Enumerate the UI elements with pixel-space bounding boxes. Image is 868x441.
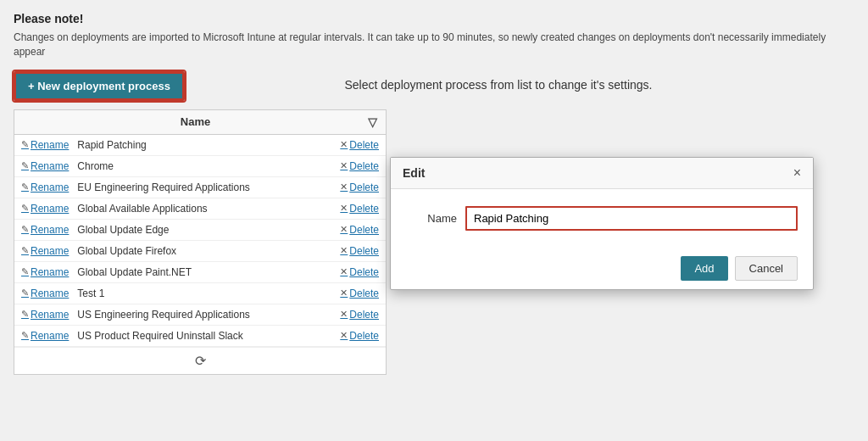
pencil-icon: ✎ (21, 203, 29, 214)
rename-link[interactable]: ✎ Rename (21, 224, 69, 236)
modal-close-button[interactable]: × (793, 166, 801, 180)
edit-modal: Edit × Name Add Cancel (390, 157, 814, 290)
select-hint: Select deployment process from list to c… (185, 71, 854, 92)
delete-link[interactable]: ✕ Delete (340, 245, 379, 257)
delete-link[interactable]: ✕ Delete (340, 181, 379, 193)
delete-link[interactable]: ✕ Delete (340, 330, 379, 342)
delete-link[interactable]: ✕ Delete (340, 139, 379, 151)
modal-body: Name (391, 189, 813, 248)
name-label: Name (406, 212, 457, 225)
list-item: ✎ Rename Global Update Firefox ✕ Delete (14, 241, 386, 262)
item-name: EU Engineering Required Applications (72, 181, 340, 193)
x-icon: ✕ (340, 245, 348, 256)
delete-link[interactable]: ✕ Delete (340, 309, 379, 321)
item-name: US Product Required Uninstall Slack (72, 330, 340, 342)
rename-link[interactable]: ✎ Rename (21, 287, 69, 299)
list-item: ✎ Rename US Engineering Required Applica… (14, 304, 386, 326)
deployment-list-scrollable[interactable]: ✎ Rename Rapid Patching ✕ Delete ✎ Renam… (14, 135, 386, 347)
x-icon: ✕ (340, 266, 348, 277)
pencil-icon: ✎ (21, 245, 29, 256)
item-name: Global Available Applications (72, 203, 340, 215)
item-name: Global Update Edge (72, 224, 340, 236)
name-column-header: Name (23, 115, 368, 128)
new-deployment-button[interactable]: + New deployment process (14, 71, 185, 101)
pencil-icon: ✎ (21, 266, 29, 277)
item-name: Chrome (72, 160, 340, 172)
pencil-icon: ✎ (21, 160, 29, 171)
rename-link[interactable]: ✎ Rename (21, 181, 69, 193)
item-name: Global Update Paint.NET (72, 266, 340, 278)
top-bar: + New deployment process Select deployme… (14, 71, 854, 101)
list-item: ✎ Rename US Product Required Uninstall S… (14, 326, 386, 347)
pencil-icon: ✎ (21, 330, 29, 341)
pencil-icon: ✎ (21, 309, 29, 320)
rename-link[interactable]: ✎ Rename (21, 203, 69, 215)
list-item: ✎ Rename Rapid Patching ✕ Delete (14, 135, 386, 156)
rename-link[interactable]: ✎ Rename (21, 139, 69, 151)
delete-link[interactable]: ✕ Delete (340, 160, 379, 172)
please-note-heading: Please note! (14, 12, 854, 25)
modal-title: Edit (403, 166, 425, 180)
x-icon: ✕ (340, 287, 348, 299)
x-icon: ✕ (340, 139, 348, 150)
rename-link[interactable]: ✎ Rename (21, 160, 69, 172)
list-header: Name ▽ (14, 110, 386, 135)
refresh-icon[interactable]: ⟳ (195, 353, 206, 369)
x-icon: ✕ (340, 309, 348, 320)
list-item: ✎ Rename Global Update Paint.NET ✕ Delet… (14, 262, 386, 283)
rename-link[interactable]: ✎ Rename (21, 266, 69, 278)
list-item: ✎ Rename Chrome ✕ Delete (14, 156, 386, 177)
rename-link[interactable]: ✎ Rename (21, 309, 69, 321)
item-name: Rapid Patching (72, 139, 340, 151)
modal-header: Edit × (391, 158, 813, 189)
list-footer: ⟳ (14, 347, 386, 374)
delete-link[interactable]: ✕ Delete (340, 203, 379, 215)
cancel-button[interactable]: Cancel (735, 256, 798, 281)
rename-link[interactable]: ✎ Rename (21, 245, 69, 257)
pencil-icon: ✎ (21, 224, 29, 235)
pencil-icon: ✎ (21, 287, 29, 299)
item-name: US Engineering Required Applications (72, 309, 340, 321)
rename-link[interactable]: ✎ Rename (21, 330, 69, 342)
list-item: ✎ Rename Global Update Edge ✕ Delete (14, 220, 386, 241)
list-item: ✎ Rename Global Available Applications ✕… (14, 198, 386, 220)
pencil-icon: ✎ (21, 139, 29, 150)
x-icon: ✕ (340, 203, 348, 214)
x-icon: ✕ (340, 181, 348, 193)
x-icon: ✕ (340, 160, 348, 171)
filter-icon[interactable]: ▽ (368, 115, 377, 129)
main-content: Please note! Changes on deployments are … (0, 0, 868, 441)
x-icon: ✕ (340, 330, 348, 341)
item-name: Global Update Firefox (72, 245, 340, 257)
deployment-list-panel: Name ▽ ✎ Rename Rapid Patching ✕ Delete … (14, 109, 387, 375)
delete-link[interactable]: ✕ Delete (340, 224, 379, 236)
delete-link[interactable]: ✕ Delete (340, 266, 379, 278)
delete-link[interactable]: ✕ Delete (340, 287, 379, 299)
item-name: Test 1 (72, 287, 340, 299)
modal-footer: Add Cancel (391, 248, 813, 289)
pencil-icon: ✎ (21, 181, 29, 193)
name-input[interactable] (465, 206, 798, 231)
list-item: ✎ Rename EU Engineering Required Applica… (14, 177, 386, 198)
name-form-row: Name (406, 206, 798, 231)
add-button[interactable]: Add (681, 256, 727, 281)
note-text: Changes on deployments are imported to M… (14, 31, 854, 59)
x-icon: ✕ (340, 224, 348, 235)
list-item: ✎ Rename Test 1 ✕ Delete (14, 283, 386, 304)
